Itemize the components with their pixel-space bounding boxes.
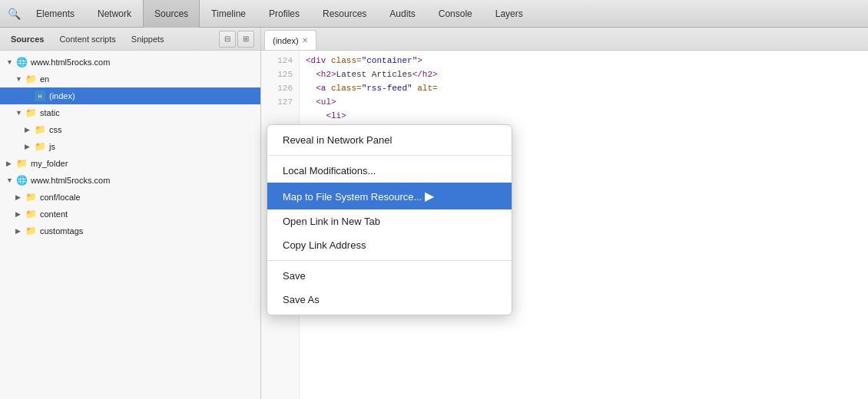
- file-tree: ▼ 🌐 www.html5rocks.com ▼ 📁 en H (index): [0, 51, 260, 399]
- subtab-content-scripts[interactable]: Content scripts: [51, 28, 123, 50]
- tree-item-content[interactable]: ▶ 📁 content: [0, 206, 260, 223]
- arrow-icon: ▶: [15, 193, 25, 201]
- tree-item-js[interactable]: ▶ 📁 js: [0, 138, 260, 155]
- context-menu-map-resource[interactable]: Map to File System Resource...▶: [267, 183, 512, 209]
- line-num: 126: [261, 81, 299, 95]
- arrow-icon: ▼: [6, 58, 15, 66]
- tree-item-myfolder[interactable]: ▶ 📁 my_folder: [0, 155, 260, 172]
- context-menu-reveal[interactable]: Reveal in Network Panel: [267, 128, 512, 152]
- folder-icon: 📁: [15, 157, 28, 170]
- tab-profiles[interactable]: Profiles: [257, 0, 311, 28]
- arrow-icon: ▶: [15, 227, 25, 235]
- folder-icon: 📁: [25, 208, 37, 220]
- line-num: 127: [261, 95, 299, 109]
- subtab-sources[interactable]: Sources: [3, 28, 51, 50]
- tree-item-root2[interactable]: ▼ 🌐 www.html5rocks.com: [0, 172, 260, 189]
- context-menu: Reveal in Network Panel Local Modificati…: [267, 124, 512, 315]
- tree-label: (index): [49, 91, 75, 101]
- close-tab-icon[interactable]: ✕: [302, 36, 308, 45]
- code-line: <h2>Latest Articles</h2>: [306, 68, 862, 81]
- line-num: 124: [261, 54, 299, 68]
- folder-icon: 📁: [34, 124, 46, 136]
- code-line: <ul>: [306, 95, 862, 109]
- tab-console[interactable]: Console: [427, 0, 484, 28]
- arrow-icon: ▶: [6, 160, 15, 167]
- tree-item-css[interactable]: ▶ 📁 css: [0, 121, 260, 138]
- tab-resources[interactable]: Resources: [311, 0, 378, 28]
- tree-item-static[interactable]: ▼ 📁 static: [0, 104, 260, 121]
- globe-icon: 🌐: [15, 174, 28, 186]
- context-menu-save-as[interactable]: Save As: [267, 288, 512, 312]
- folder-icon: 📁: [25, 225, 37, 237]
- tree-item-conflocale[interactable]: ▶ 📁 conf/locale: [0, 189, 260, 206]
- tree-label: en: [40, 74, 49, 84]
- arrow-icon: ▼: [15, 75, 25, 83]
- arrow-icon: ▶: [25, 126, 34, 134]
- panel-icon-right[interactable]: ⊞: [237, 31, 254, 48]
- sub-tab-bar: Sources Content scripts Snippets ⊟ ⊞: [0, 28, 260, 51]
- arrow-icon: ▼: [15, 109, 25, 117]
- arrow-icon: ▶: [25, 143, 34, 150]
- tree-label: my_folder: [31, 159, 68, 168]
- tree-item-root1[interactable]: ▼ 🌐 www.html5rocks.com: [0, 54, 260, 71]
- tree-item-index[interactable]: H (index): [0, 87, 260, 104]
- tab-audits[interactable]: Audits: [378, 0, 426, 28]
- tree-label: www.html5rocks.com: [31, 176, 110, 185]
- left-panel: Sources Content scripts Snippets ⊟ ⊞ ▼ 🌐…: [0, 28, 261, 399]
- tab-network[interactable]: Network: [86, 0, 143, 28]
- tab-layers[interactable]: Layers: [484, 0, 535, 28]
- context-menu-copy-link[interactable]: Copy Link Address: [267, 233, 512, 257]
- folder-icon: 📁: [25, 107, 37, 119]
- code-tab-bar: (index) ✕: [261, 28, 868, 51]
- context-menu-separator: [267, 155, 512, 156]
- tab-sources[interactable]: Sources: [143, 0, 200, 28]
- tree-label: js: [49, 142, 55, 151]
- top-tab-bar: 🔍 Elements Network Sources Timeline Prof…: [0, 0, 868, 28]
- folder-icon: 📁: [25, 73, 37, 85]
- tree-label: www.html5rocks.com: [31, 58, 110, 67]
- code-line: <div class="container">: [306, 54, 862, 68]
- sub-tab-icons: ⊟ ⊞: [219, 31, 254, 48]
- globe-icon: 🌐: [15, 56, 28, 68]
- search-icon[interactable]: 🔍: [3, 3, 25, 25]
- arrow-icon: ▼: [6, 176, 15, 184]
- context-menu-separator2: [267, 260, 512, 261]
- context-menu-open-tab[interactable]: Open Link in New Tab: [267, 209, 512, 233]
- tab-timeline[interactable]: Timeline: [200, 0, 257, 28]
- folder-icon: 📁: [25, 191, 37, 203]
- arrow-icon: ▶: [15, 210, 25, 218]
- cursor-icon: ▶: [425, 189, 434, 203]
- context-menu-local-modifications[interactable]: Local Modifications...: [267, 159, 512, 183]
- line-num: 125: [261, 68, 299, 81]
- code-tab-label: (index): [273, 36, 299, 45]
- code-tab-index[interactable]: (index) ✕: [264, 30, 316, 50]
- subtab-snippets[interactable]: Snippets: [124, 28, 172, 50]
- panel-icon-left[interactable]: ⊟: [219, 31, 236, 48]
- tree-label: customtags: [40, 226, 83, 236]
- tree-label: content: [40, 209, 68, 219]
- context-menu-save[interactable]: Save: [267, 264, 512, 288]
- tree-item-customtags[interactable]: ▶ 📁 customtags: [0, 223, 260, 239]
- folder-icon: 📁: [34, 140, 46, 153]
- file-icon: H: [34, 90, 46, 102]
- tab-elements[interactable]: Elements: [25, 0, 86, 28]
- tree-label: static: [40, 108, 60, 117]
- tree-item-en[interactable]: ▼ 📁 en: [0, 71, 260, 87]
- code-line: <a class="rss-feed" alt=: [306, 81, 862, 95]
- code-line: <li>: [306, 109, 862, 123]
- tree-label: css: [49, 125, 62, 134]
- tree-label: conf/locale: [40, 193, 81, 202]
